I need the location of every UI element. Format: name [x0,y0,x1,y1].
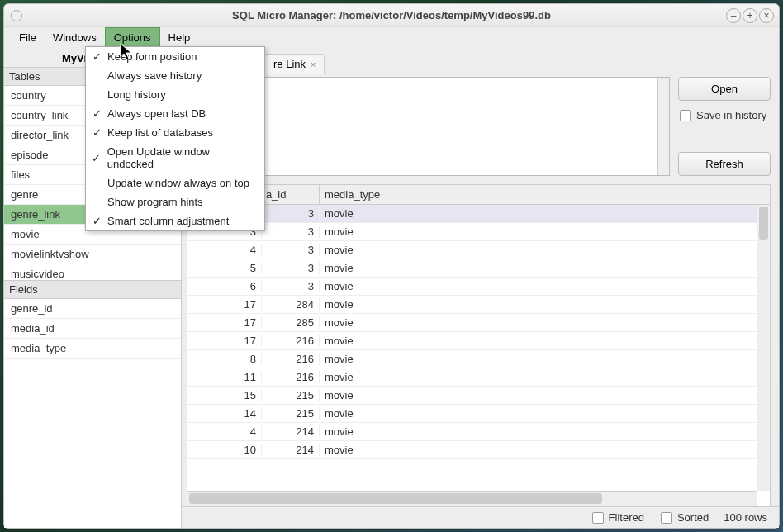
table-row[interactable]: 33movie [187,205,770,223]
cell-col1: 8 [187,353,262,365]
table-row[interactable]: 11216movie [187,368,770,387]
grid-header-row: . ia_id media_type [187,185,770,205]
field-item[interactable]: media_type [4,339,181,359]
table-item[interactable]: movielinktvshow [4,245,181,264]
minimize-button[interactable]: – [726,8,741,23]
options-menu-item[interactable]: Long history [86,85,264,104]
table-row[interactable]: 17216movie [187,332,770,350]
options-menu-item[interactable]: ✓Always open last DB [86,104,264,123]
table-row[interactable]: 4214movie [187,423,770,441]
options-menu-item[interactable]: Show program hints [86,192,264,211]
cell-media-type: movie [320,207,770,220]
query-tab-genre-link[interactable]: re Link × [264,54,325,74]
cell-media-type: movie [320,389,770,401]
cell-media-id: 216 [262,371,320,383]
query-tabstrip: re Link × [182,47,779,74]
options-menu-label: Always open last DB [107,107,206,120]
options-menu-label: Keep list of databases [107,126,213,139]
cell-col1: 11 [187,371,262,383]
statusbar: Filtered Sorted 100 rows [182,506,779,528]
menu-options[interactable]: Options [105,27,160,47]
cell-media-type: movie [320,353,770,365]
cell-col1: 14 [187,407,262,420]
filtered-checkbox[interactable]: Filtered [591,511,644,524]
cell-media-id: 285 [262,316,320,329]
table-row[interactable]: 33movie [187,223,770,241]
sorted-label: Sorted [677,511,709,524]
sql-scrollbar[interactable] [657,78,669,175]
table-row[interactable]: 15215movie [187,387,770,405]
check-icon: ✓ [91,50,102,63]
maximize-button[interactable]: + [743,8,757,23]
grid-horizontal-scrollbar[interactable] [187,491,757,506]
table-row[interactable]: 17284movie [187,296,770,314]
sorted-checkbox[interactable]: Sorted [659,511,709,524]
grid-header-media-type[interactable]: media_type [320,185,770,204]
table-row[interactable]: 14215movie [187,405,770,423]
cell-media-id: 3 [262,262,320,274]
cell-media-id: 214 [262,425,320,438]
table-row[interactable]: 63movie [187,278,770,296]
table-item[interactable]: musicvideo [4,264,181,280]
open-button[interactable]: Open [678,77,771,101]
table-row[interactable]: 53movie [187,259,770,278]
close-icon[interactable]: × [311,59,316,69]
menu-file[interactable]: File [11,27,45,47]
window-title: SQL Micro Manager: /home/victor/Videos/t… [4,9,779,21]
fields-list: genre_idmedia_idmedia_type [4,299,181,528]
cell-media-id: 215 [262,389,320,401]
query-tab-label: re Link [273,58,306,70]
menu-windows[interactable]: Windows [45,27,105,47]
cell-media-id: 215 [262,407,320,420]
options-menu-item[interactable]: Always save history [86,66,264,85]
options-dropdown: ✓Keep form positionAlways save historyLo… [85,46,265,231]
table-row[interactable]: 8216movie [187,350,770,368]
check-icon: ✓ [91,152,102,164]
grid-header-media-id[interactable]: ia_id [262,185,320,204]
cell-media-type: movie [320,335,770,347]
cell-media-id: 3 [262,207,320,220]
cell-media-id: 3 [262,244,320,256]
cell-media-id: 284 [262,298,320,311]
cell-media-type: movie [320,425,770,438]
save-history-checkbox[interactable]: Save in history [678,109,771,121]
field-item[interactable]: media_id [4,319,181,339]
grid-vertical-scrollbar[interactable] [757,205,770,491]
cell-col1: 4 [187,425,262,438]
options-menu-item[interactable]: ✓Open Update window undocked [86,142,264,173]
field-item[interactable]: genre_id [4,299,181,319]
titlebar: SQL Micro Manager: /home/victor/Videos/t… [4,4,779,27]
cell-col1: 10 [187,444,262,456]
results-grid: . ia_id media_type 33movie33movie43movie… [187,184,771,506]
table-row[interactable]: 17285movie [187,314,770,332]
filtered-label: Filtered [609,511,644,524]
menubar: File Windows Options Help [4,27,779,47]
options-menu-item[interactable]: ✓Keep form position [86,47,264,66]
check-icon: ✓ [91,107,102,120]
fields-header: Fields [4,280,181,299]
cell-media-id: 3 [262,280,320,292]
cell-col1: 17 [187,298,262,311]
cell-media-type: movie [320,444,770,456]
cell-col1: 6 [187,280,262,292]
check-icon: ✓ [91,215,102,227]
cell-media-type: movie [320,371,770,383]
close-button[interactable]: × [759,8,774,23]
options-menu-item[interactable]: ✓Smart column adjustment [86,211,264,230]
cell-media-type: movie [320,298,770,311]
table-row[interactable]: 10214movie [187,441,770,459]
options-menu-label: Show program hints [107,196,203,208]
options-menu-item[interactable]: ✓Keep list of databases [86,123,264,142]
cell-media-type: movie [320,262,770,274]
options-menu-label: Always save history [107,69,202,82]
options-menu-label: Open Update window undocked [107,145,256,170]
menu-help[interactable]: Help [160,27,199,47]
cell-media-id: 216 [262,353,320,365]
main-panel: re Link × * nre_link 00; Open Save in hi… [182,47,779,528]
save-history-label: Save in history [696,109,766,121]
options-menu-label: Long history [107,88,166,101]
refresh-button[interactable]: Refresh [678,152,771,176]
cell-media-type: movie [320,407,770,420]
options-menu-item[interactable]: Update window always on top [86,173,264,192]
table-row[interactable]: 43movie [187,241,770,259]
